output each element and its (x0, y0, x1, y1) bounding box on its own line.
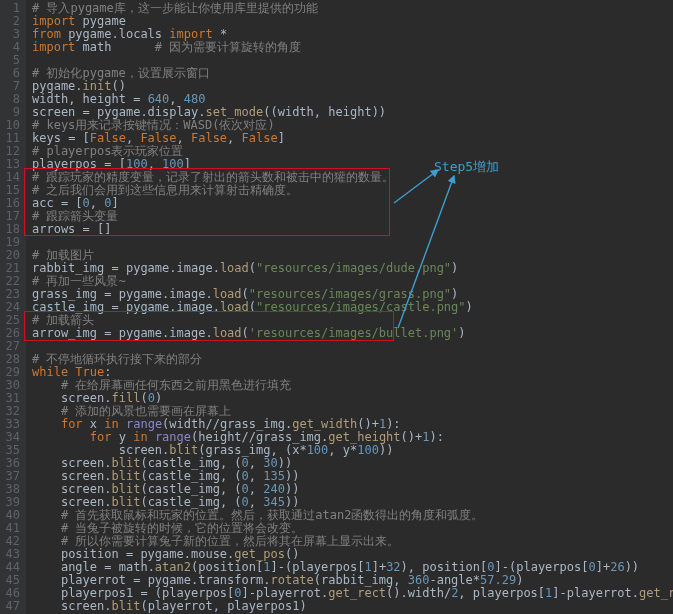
code-area[interactable]: # 导入pygame库，这一步能让你使用库里提供的功能import pygame… (26, 0, 673, 614)
code-line[interactable] (32, 236, 673, 249)
code-line[interactable]: arrows = [] (32, 223, 673, 236)
gutter: 1234567891011121314151617181920212223242… (0, 0, 26, 614)
code-line[interactable]: # 跟踪箭头变量 (32, 210, 673, 223)
code-line[interactable]: import math # 因为需要计算旋转的角度 (32, 41, 673, 54)
code-line[interactable]: rabbit_img = pygame.image.load("resource… (32, 262, 673, 275)
code-line[interactable]: # 导入pygame库，这一步能让你使用库里提供的功能 (32, 2, 673, 15)
code-line[interactable]: # 之后我们会用到这些信息用来计算射击精确度。 (32, 184, 673, 197)
code-line[interactable]: acc = [0, 0] (32, 197, 673, 210)
code-editor[interactable]: 1234567891011121314151617181920212223242… (0, 0, 673, 614)
line-number: 47 (4, 600, 20, 613)
code-line[interactable]: castle_img = pygame.image.load("resource… (32, 301, 673, 314)
code-line[interactable]: # 不停地循环执行接下来的部分 (32, 353, 673, 366)
code-line[interactable]: # 初始化pygame，设置展示窗口 (32, 67, 673, 80)
code-line[interactable]: screen.blit(playerrot, playerpos1) (32, 600, 673, 613)
code-line[interactable]: arrow_img = pygame.image.load('resources… (32, 327, 673, 340)
